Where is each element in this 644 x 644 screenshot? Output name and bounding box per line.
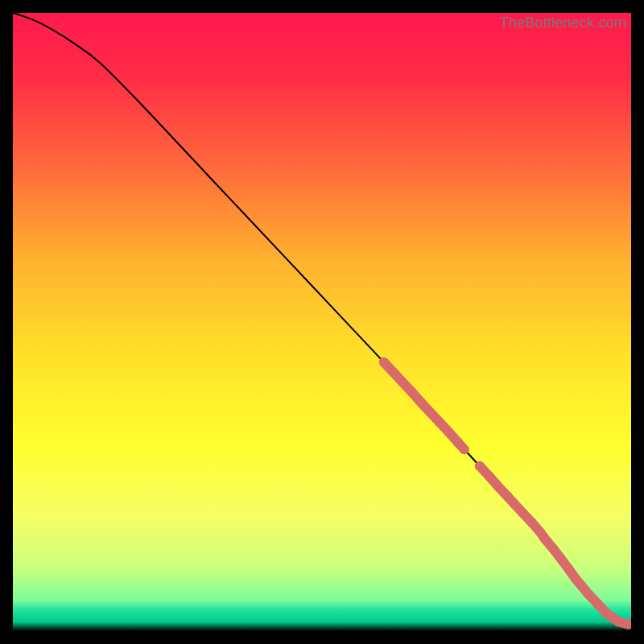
chart-frame: TheBottleneck.com bbox=[13, 13, 631, 631]
gradient-background bbox=[13, 13, 631, 631]
chart-plot bbox=[13, 13, 631, 631]
watermark-text: TheBottleneck.com bbox=[500, 14, 626, 31]
chart-svg bbox=[13, 13, 631, 631]
